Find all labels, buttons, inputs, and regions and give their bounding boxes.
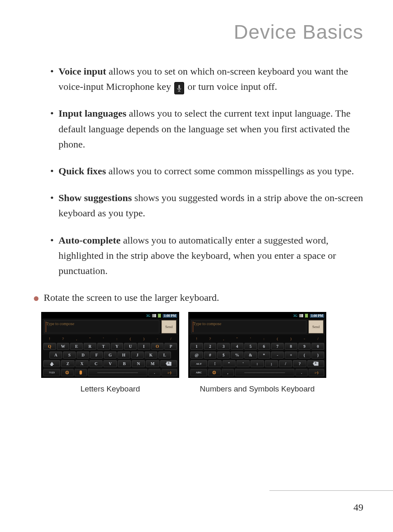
key-rparen[interactable]: ) (311, 352, 324, 359)
svg-point-6 (214, 372, 215, 373)
caption-numbers: Numbers and Symbols Keyboard (188, 384, 326, 394)
shift-key[interactable] (43, 360, 60, 367)
key-m[interactable]: M (146, 360, 159, 367)
key-dquote[interactable]: " (222, 360, 236, 367)
key-squote[interactable]: ' (236, 360, 250, 367)
key-lparen[interactable]: ( (298, 352, 311, 359)
emoji-key[interactable]: :-) (161, 369, 177, 376)
key-d[interactable]: D (77, 352, 89, 359)
key-o[interactable]: O (151, 343, 164, 350)
send-button[interactable]: Send (161, 320, 176, 333)
key-k[interactable]: K (145, 352, 157, 359)
key-0[interactable]: 0 (311, 343, 324, 350)
voice-key[interactable] (75, 369, 87, 376)
key-e[interactable]: E (70, 343, 83, 350)
key-row-1: 1 2 3 4 5 6 7 8 9 0 (189, 342, 325, 351)
key-colon[interactable]: : (250, 360, 264, 367)
period-key[interactable]: . (148, 369, 161, 376)
key-b[interactable]: B (118, 360, 131, 367)
key-dollar[interactable]: $ (217, 352, 230, 359)
space-key[interactable] (88, 369, 147, 376)
key-5[interactable]: 5 (244, 343, 257, 350)
key-2[interactable]: 2 (204, 343, 217, 350)
mode-switch-key[interactable]: ?123 (43, 369, 60, 376)
key-q[interactable]: Q (43, 343, 56, 350)
svg-rect-1 (179, 90, 180, 91)
period-key[interactable]: . (295, 369, 308, 376)
key-amp[interactable]: & (244, 352, 257, 359)
microphone-icon (174, 82, 184, 94)
key-8[interactable]: 8 (285, 343, 297, 350)
key-at[interactable]: @ (190, 352, 203, 359)
term-quick-fixes: Quick fixes (58, 166, 106, 176)
key-t[interactable]: T (97, 343, 110, 350)
key-g[interactable]: G (104, 352, 117, 359)
key-s[interactable]: S (63, 352, 76, 359)
key-h[interactable]: H (117, 352, 130, 359)
symbol-hint: ) (138, 336, 150, 341)
bullet-icon: • (50, 190, 58, 221)
key-l[interactable]: L (158, 352, 171, 359)
alt-key[interactable]: ALT (190, 360, 207, 367)
symbol-hint-row: ! ? , " ' : ( ) - / (42, 335, 178, 342)
key-v[interactable]: V (103, 360, 117, 367)
battery-icon (305, 314, 308, 318)
mode-switch-key[interactable]: ABC (190, 369, 207, 376)
settings-key[interactable] (61, 369, 74, 376)
bottom-row: ABC , . :-) (189, 368, 325, 377)
key-x[interactable]: X (75, 360, 89, 367)
key-minus[interactable]: - (271, 352, 284, 359)
key-qmark[interactable]: ? (293, 360, 306, 367)
send-button[interactable]: Send (309, 320, 323, 333)
key-i[interactable]: I (138, 343, 150, 350)
key-r[interactable]: R (84, 343, 96, 350)
key-j[interactable]: J (131, 352, 144, 359)
key-7[interactable]: 7 (271, 343, 284, 350)
key-1[interactable]: 1 (190, 343, 203, 350)
key-row-3: ALT ! " ' : ; / ? DEL (189, 359, 325, 368)
space-key[interactable] (235, 369, 295, 376)
key-a[interactable]: A (49, 352, 62, 359)
compose-input[interactable]: Type to compose (191, 320, 306, 333)
symbol-hint: : (111, 336, 124, 341)
key-y[interactable]: Y (111, 343, 124, 350)
key-semi[interactable]: ; (265, 360, 278, 367)
svg-point-4 (67, 372, 68, 373)
key-4[interactable]: 4 (231, 343, 243, 350)
key-hash[interactable]: # (204, 352, 217, 359)
key-u[interactable]: U (124, 343, 137, 350)
symbol-hint: ! (190, 336, 203, 341)
symbol-hint: ? (57, 336, 70, 341)
compose-input[interactable]: Type to compose (44, 320, 159, 333)
delete-key[interactable]: DEL (307, 360, 324, 367)
settings-key[interactable] (208, 369, 221, 376)
key-n[interactable]: N (132, 360, 145, 367)
key-slash[interactable]: / (279, 360, 292, 367)
instruction-dot-icon: ● (33, 290, 44, 306)
emoji-key[interactable]: :-) (309, 369, 324, 376)
key-3[interactable]: 3 (217, 343, 230, 350)
page-title: Device Basics (30, 21, 363, 43)
key-9[interactable]: 9 (298, 343, 311, 350)
key-f[interactable]: F (90, 352, 103, 359)
bullet-icon: • (50, 233, 58, 279)
comma-key[interactable]: , (222, 369, 234, 376)
screenshot-numbers-keyboard: 3G 1:00 PM Type to compose Send ! ? , " … (188, 312, 326, 378)
delete-key[interactable]: DEL (160, 360, 177, 367)
list-item-body: Show suggestions shows you suggested wor… (58, 190, 363, 221)
key-plus[interactable]: + (285, 352, 297, 359)
symbol-hint: ( (124, 336, 137, 341)
key-star[interactable]: * (258, 352, 271, 359)
signal-bars-icon (152, 314, 156, 317)
symbol-hint: / (164, 336, 177, 341)
symbol-hint: ' (97, 336, 110, 341)
key-6[interactable]: 6 (258, 343, 271, 350)
key-bang[interactable]: ! (208, 360, 221, 367)
key-p[interactable]: P (164, 343, 177, 350)
key-percent[interactable]: % (231, 352, 243, 359)
key-c[interactable]: C (89, 360, 103, 367)
symbol-hint: ) (285, 336, 297, 341)
symbol-hint: / (311, 336, 324, 341)
key-w[interactable]: W (57, 343, 70, 350)
key-z[interactable]: Z (61, 360, 74, 367)
